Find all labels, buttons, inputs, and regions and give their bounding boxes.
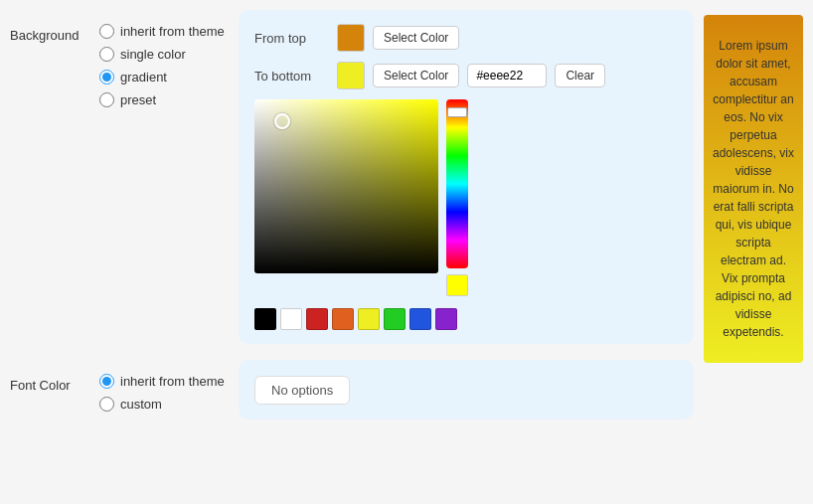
hex-input[interactable] [467,64,547,87]
radio-inherit[interactable]: inherit from theme [99,24,229,39]
radio-gradient-label: gradient [120,70,167,84]
no-options-button: No options [254,376,350,405]
radio-font-custom-input[interactable] [99,397,114,412]
background-label: Background [10,10,89,43]
radio-gradient-input[interactable] [99,70,114,84]
radio-preset-input[interactable] [99,92,114,107]
swatch-blue[interactable] [409,308,431,330]
radio-inherit-label: inherit from theme [120,24,225,39]
picker-container [254,99,678,296]
main-layout: Background inherit from theme single col… [0,0,813,429]
radio-preset-label: preset [120,92,156,107]
swatch-red[interactable] [306,308,328,330]
swatch-black[interactable] [254,308,276,330]
font-color-label: Font Color [10,360,89,393]
clear-button[interactable]: Clear [555,64,605,87]
to-bottom-label: To bottom [254,69,329,84]
radio-single[interactable]: single color [99,47,229,62]
swatch-purple[interactable] [435,308,457,330]
to-bottom-row: To bottom Select Color Clear [254,62,678,89]
color-gradient-area[interactable] [254,99,438,273]
radio-font-custom-label: custom [120,397,162,412]
radio-gradient[interactable]: gradient [99,70,229,84]
swatch-orange[interactable] [332,308,354,330]
swatch-green[interactable] [384,308,406,330]
hue-thumb [447,107,467,117]
radio-preset[interactable]: preset [99,92,229,107]
preview-text: Lorem ipsum dolor sit amet, accusam comp… [712,37,795,341]
font-color-section: Font Color inherit from theme custom No … [10,360,694,420]
to-bottom-select-color-button[interactable]: Select Color [373,64,459,87]
from-top-swatch[interactable] [337,24,365,52]
radio-single-input[interactable] [99,47,114,62]
swatch-white[interactable] [280,308,302,330]
radio-inherit-input[interactable] [99,24,114,39]
radio-font-inherit-input[interactable] [99,374,114,389]
hue-slider[interactable] [446,99,468,268]
hue-color-preview [446,274,468,296]
background-section: Background inherit from theme single col… [10,10,694,344]
preview-panel: Lorem ipsum dolor sit amet, accusam comp… [704,15,803,363]
swatch-yellow[interactable] [358,308,380,330]
radio-single-label: single color [120,47,186,62]
hue-slider-container [446,99,468,296]
gradient-black-layer [254,99,438,273]
left-panel: Background inherit from theme single col… [10,10,694,420]
font-radio-group: inherit from theme custom [99,360,229,412]
radio-font-inherit-label: inherit from theme [120,374,225,389]
from-top-select-color-button[interactable]: Select Color [373,26,459,50]
color-swatches-row [254,308,678,330]
from-top-row: From top Select Color [254,24,678,52]
radio-font-inherit[interactable]: inherit from theme [99,374,229,389]
font-color-options-panel: No options [239,360,694,420]
background-radio-group: inherit from theme single color gradient… [99,10,229,107]
from-top-label: From top [254,31,329,46]
to-bottom-swatch[interactable] [337,62,365,89]
radio-font-custom[interactable]: custom [99,397,229,412]
color-panel: From top Select Color To bottom Select C… [239,10,694,344]
